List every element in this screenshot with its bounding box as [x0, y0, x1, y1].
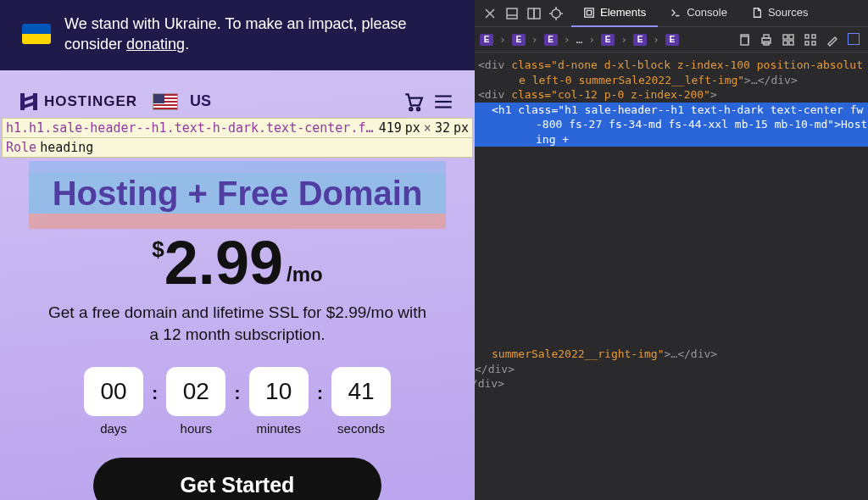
svg-rect-14 [585, 8, 594, 17]
inspector-tooltip-role: Role heading [2, 138, 473, 158]
hero: Hosting + Free Domain $ 2.99 /mo Get a f… [0, 158, 475, 500]
tooltip-width: 419 [379, 120, 402, 136]
margin-overlay-top [29, 161, 446, 173]
tab-console[interactable]: Console [658, 0, 739, 27]
timer-sep: : [152, 382, 158, 404]
svg-rect-20 [783, 35, 787, 39]
svg-rect-8 [534, 8, 540, 19]
target-icon[interactable] [549, 7, 563, 20]
inspected-heading-highlight: Hosting + Free Domain [29, 161, 446, 229]
svg-rect-15 [587, 10, 591, 14]
devtools-tabs: Elements Console Sources [571, 0, 821, 27]
tooltip-selector: h1.h1.sale-header--h1.text-h-dark.text-c… [6, 120, 376, 136]
crumb[interactable]: E [512, 34, 526, 46]
website-viewport: We stand with Ukraine. To make an impact… [0, 0, 475, 500]
tooltip-unit2: px [453, 120, 469, 136]
timer-days-value: 00 [84, 367, 143, 416]
price-amount: 2.99 [164, 232, 283, 293]
svg-rect-5 [507, 8, 517, 19]
tab-console-label: Console [687, 6, 727, 19]
svg-rect-23 [789, 41, 793, 45]
timer-sep: : [234, 382, 240, 404]
region-label[interactable]: US [190, 92, 211, 110]
timer-hours: 02hours [166, 367, 225, 436]
timer-seconds-label: seconds [337, 421, 385, 436]
timer-sep: : [317, 382, 323, 404]
tooltip-role-key: Role [6, 140, 36, 155]
tooltip-unit1: px [405, 120, 420, 136]
timer-hours-value: 02 [166, 367, 225, 416]
dom-node[interactable]: <div class="col-12 p-0 z-index-200"> [475, 87, 868, 103]
timer-hours-label: hours [181, 421, 213, 436]
svg-rect-22 [783, 41, 787, 45]
price-period: /mo [287, 263, 323, 286]
crumb[interactable]: E [480, 34, 493, 46]
print-icon[interactable] [760, 33, 773, 47]
brand-name: HOSTINGER [44, 93, 137, 110]
crumb-ellipsis[interactable]: … [576, 33, 582, 46]
tab-sources[interactable]: Sources [739, 0, 821, 27]
svg-rect-18 [764, 35, 769, 38]
timer-seconds-value: 41 [331, 367, 391, 416]
dock-side-icon[interactable] [527, 7, 541, 20]
hamburger-icon[interactable] [432, 91, 454, 113]
devtools-toolbar: Elements Console Sources [475, 0, 868, 27]
dom-node[interactable]: </div> [475, 376, 868, 392]
tooltip-sep: × [424, 120, 431, 136]
dock-bottom-icon[interactable] [505, 7, 519, 20]
margin-overlay-bottom [29, 214, 446, 229]
dom-node[interactable]: <div class="d-none d-xl-block z-index-10… [475, 58, 868, 87]
brush-icon[interactable] [826, 33, 839, 47]
cart-icon[interactable] [402, 91, 424, 113]
banner-text: We stand with Ukraine. To make an impact… [64, 14, 458, 55]
svg-rect-27 [812, 42, 815, 45]
get-started-button[interactable]: Get Started [93, 458, 381, 500]
ukraine-banner: We stand with Ukraine. To make an impact… [0, 0, 475, 70]
svg-rect-25 [812, 35, 815, 38]
breadcrumb-bar: E E E … E E E [475, 27, 868, 53]
price: $ 2.99 /mo [17, 232, 458, 293]
svg-rect-7 [528, 8, 534, 19]
dom-node[interactable]: </div> [475, 362, 868, 377]
tab-elements-label: Elements [600, 6, 646, 19]
crumb[interactable]: E [633, 34, 647, 46]
tooltip-role-value: heading [40, 140, 93, 155]
svg-point-9 [552, 9, 560, 18]
price-currency: $ [152, 236, 164, 263]
timer-minutes-value: 10 [249, 367, 309, 416]
timer-days-label: days [100, 421, 127, 436]
svg-rect-24 [805, 35, 809, 38]
donate-link[interactable]: donating [126, 36, 185, 53]
crumb[interactable]: E [544, 34, 558, 46]
grid-icon[interactable] [804, 33, 817, 47]
breadcrumb-tools [737, 33, 863, 47]
timer-days: 00days [84, 367, 143, 436]
close-icon[interactable] [483, 7, 497, 20]
top-nav: HOSTINGER US [0, 70, 475, 113]
brand-mark-icon [20, 93, 37, 110]
brand-logo[interactable]: HOSTINGER [20, 93, 137, 110]
banner-text-after: . [185, 36, 189, 53]
crumb[interactable]: E [601, 34, 615, 46]
svg-point-1 [417, 108, 420, 110]
timer-minutes: 10minutes [249, 367, 309, 436]
crumb[interactable]: E [665, 34, 679, 46]
devtools-panel: Elements Console Sources E E E … E E E <… [475, 0, 868, 500]
svg-rect-26 [805, 42, 809, 45]
highlight-toggle-icon[interactable] [848, 33, 860, 45]
us-flag-icon [153, 93, 178, 110]
banner-text-before: We stand with Ukraine. To make an impact… [64, 15, 407, 53]
svg-point-0 [409, 108, 412, 110]
dom-tree[interactable]: <div class="d-none d-xl-block z-index-10… [475, 53, 868, 500]
tagline: Get a free domain and lifetime SSL for $… [42, 302, 432, 347]
copy-icon[interactable] [737, 33, 751, 47]
inspector-tooltip: h1.h1.sale-header--h1.text-h-dark.text-c… [2, 118, 473, 138]
timer-minutes-label: minutes [256, 421, 301, 436]
dom-node[interactable]: summerSale2022__right-img">…</div> [475, 347, 868, 362]
devtools-window-controls [475, 7, 571, 20]
tab-elements[interactable]: Elements [571, 0, 658, 27]
svg-rect-16 [741, 36, 748, 45]
dom-node-selected[interactable]: <h1 class="h1 sale-header--h1 text-h-dar… [475, 103, 868, 147]
stack-icon[interactable] [782, 33, 795, 47]
hero-heading: Hosting + Free Domain [29, 173, 446, 214]
